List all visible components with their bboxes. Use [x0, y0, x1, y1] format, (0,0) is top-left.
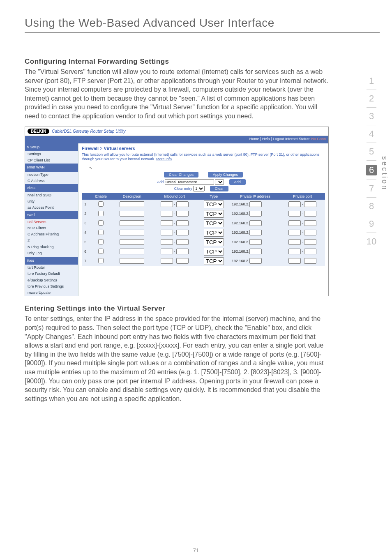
private-port-start[interactable] — [288, 230, 301, 235]
section-nav-3[interactable]: 3 — [359, 112, 384, 121]
add-button[interactable]: Add — [229, 179, 246, 185]
private-port-end[interactable] — [304, 220, 316, 226]
enable-checkbox[interactable] — [98, 211, 104, 216]
clear-entry-select[interactable]: 1 — [193, 186, 205, 191]
enable-checkbox[interactable] — [98, 230, 104, 235]
inbound-port-start[interactable] — [161, 220, 173, 226]
inbound-port-start[interactable] — [161, 201, 173, 207]
add-input[interactable] — [165, 179, 214, 185]
sidebar-item[interactable]: nnel and SSID — [25, 192, 78, 198]
sidebar-item[interactable]: nt IP Filters — [25, 225, 78, 231]
inbound-port-end[interactable] — [176, 211, 189, 217]
sidebar-item[interactable]: C Address — [25, 178, 78, 184]
ip-suffix-input[interactable] — [249, 230, 262, 235]
section-nav-6[interactable]: 6 — [366, 165, 377, 175]
description-input[interactable] — [120, 220, 144, 226]
inbound-port-end[interactable] — [176, 230, 189, 235]
description-input[interactable] — [120, 201, 144, 207]
sidebar-item[interactable]: N Ping Blocking — [25, 244, 78, 250]
ip-suffix-input[interactable] — [249, 249, 262, 254]
private-port-end[interactable] — [304, 230, 316, 235]
private-port-end[interactable] — [304, 239, 316, 245]
row-num: 5. — [82, 237, 90, 247]
enable-checkbox[interactable] — [98, 220, 104, 226]
inbound-port-end[interactable] — [176, 239, 189, 245]
type-select[interactable]: TCP — [204, 248, 224, 256]
description-input[interactable] — [120, 230, 144, 235]
type-select[interactable]: TCP — [204, 210, 224, 218]
description-input[interactable] — [120, 258, 144, 264]
inbound-port-start[interactable] — [161, 230, 173, 235]
sidebar-item[interactable]: e/Backup Settings — [25, 277, 78, 283]
inbound-port-start[interactable] — [161, 249, 173, 254]
section-nav-5[interactable]: 5 — [359, 147, 384, 156]
private-port-end[interactable] — [304, 258, 316, 264]
clear-changes-button[interactable]: Clear Changes — [164, 172, 198, 177]
sidebar-item[interactable]: urity Log — [25, 250, 78, 256]
apply-changes-button[interactable]: Apply Changes — [208, 172, 243, 177]
sidebar-item[interactable]: Settings — [25, 151, 78, 157]
enable-checkbox[interactable] — [98, 239, 104, 244]
description-input[interactable] — [120, 239, 144, 245]
topbar-links[interactable]: Home | Help | Logout Internet Status: — [249, 137, 311, 141]
sidebar-item[interactable]: tart Router — [25, 265, 78, 271]
add-select[interactable] — [215, 179, 224, 185]
nav-separator — [367, 143, 376, 143]
sidebar-item[interactable]: CP Client List — [25, 157, 78, 164]
section-nav-4[interactable]: 4 — [359, 129, 384, 138]
ip-suffix-input[interactable] — [249, 211, 262, 217]
private-port-end[interactable] — [304, 201, 316, 207]
section-nav-1[interactable]: 1 — [359, 76, 384, 85]
sidebar-item[interactable]: nware Update — [25, 290, 78, 296]
sidebar-item[interactable]: as Access Point — [25, 205, 78, 211]
type-select[interactable]: TCP — [204, 257, 224, 265]
sidebar-item[interactable]: tore Factory Default — [25, 271, 78, 277]
more-info-link[interactable]: More Info — [156, 157, 172, 161]
description-input[interactable] — [120, 211, 144, 217]
ip-suffix-input[interactable] — [249, 239, 262, 245]
private-port-start[interactable] — [288, 249, 301, 254]
private-port-start[interactable] — [288, 239, 301, 245]
clear-button[interactable]: Clear — [210, 186, 229, 191]
section-nav-9[interactable]: 9 — [359, 219, 384, 228]
section-nav-10[interactable]: 10 — [359, 237, 384, 246]
private-port-start[interactable] — [288, 220, 301, 226]
enable-checkbox[interactable] — [98, 258, 104, 263]
sidebar-item[interactable]: C Address Filtering — [25, 231, 78, 237]
description-input[interactable] — [120, 249, 144, 254]
inbound-port-start[interactable] — [161, 211, 173, 217]
section-nav-2[interactable]: 2 — [359, 94, 384, 103]
table-row: 2. - TCP192.168.2. - — [82, 209, 325, 219]
inbound-port-end[interactable] — [176, 258, 189, 264]
sidebar-item[interactable]: nection Type — [25, 172, 78, 178]
sidebar-item[interactable]: Z — [25, 238, 78, 244]
type-select[interactable]: TCP — [204, 229, 224, 237]
inbound-port-end[interactable] — [176, 220, 189, 226]
ip-suffix-input[interactable] — [249, 201, 262, 207]
private-port-end[interactable] — [304, 211, 316, 217]
inbound-port-end[interactable] — [176, 249, 189, 254]
section-nav-8[interactable]: 8 — [359, 202, 384, 211]
private-port-start[interactable] — [288, 211, 301, 217]
nav-separator — [367, 90, 376, 90]
type-select[interactable]: TCP — [204, 200, 224, 208]
page-title: Using the Web-Based Advanced User Interf… — [25, 16, 380, 30]
sidebar-item[interactable]: urity — [25, 198, 78, 205]
inbound-port-start[interactable] — [161, 258, 173, 264]
ip-prefix: 192.168.2. — [232, 249, 249, 253]
enable-checkbox[interactable] — [98, 201, 104, 207]
private-port-end[interactable] — [304, 249, 316, 254]
sidebar-item[interactable]: ual Servers — [25, 219, 78, 225]
inbound-port-start[interactable] — [161, 239, 173, 245]
ip-suffix-input[interactable] — [249, 220, 262, 226]
breadcrumb: Firewall > Virtual servers — [82, 146, 325, 151]
sidebar-item[interactable]: tore Previous Settings — [25, 283, 78, 290]
type-select[interactable]: TCP — [204, 238, 224, 246]
inbound-port-end[interactable] — [176, 201, 189, 207]
enter-body: To enter settings, enter the IP address … — [25, 314, 329, 403]
enable-checkbox[interactable] — [98, 249, 104, 254]
private-port-start[interactable] — [288, 201, 301, 207]
type-select[interactable]: TCP — [204, 219, 224, 227]
private-port-start[interactable] — [288, 258, 301, 264]
ip-suffix-input[interactable] — [249, 258, 262, 264]
